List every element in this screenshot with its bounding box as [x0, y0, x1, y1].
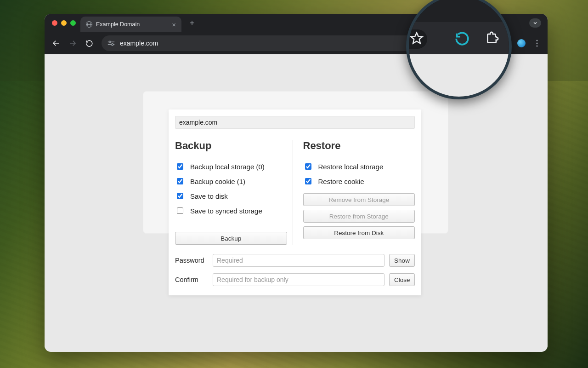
show-password-button[interactable]: Show	[389, 254, 415, 267]
restore-from-disk-button[interactable]: Restore from Disk	[303, 226, 415, 239]
password-label: Password	[175, 257, 208, 264]
restore-cookie-label: Restore cookie	[318, 178, 364, 185]
svg-point-7	[536, 40, 537, 41]
tab-search-button[interactable]	[529, 18, 541, 28]
restore-local-storage-checkbox[interactable]	[305, 163, 311, 170]
restore-heading: Restore	[303, 140, 415, 152]
restore-local-storage-row[interactable]: Restore local storage	[303, 162, 415, 171]
site-settings-icon[interactable]	[107, 40, 115, 46]
restore-from-storage-button[interactable]: Restore from Storage	[303, 210, 415, 223]
tab-title: Example Domain	[96, 21, 168, 28]
close-window-button[interactable]	[52, 20, 57, 26]
save-to-synced-label: Save to synced storage	[190, 207, 262, 215]
backup-local-storage-checkbox[interactable]	[177, 163, 183, 170]
host-field: example.com	[175, 116, 415, 129]
close-popup-button[interactable]: Close	[389, 273, 415, 286]
new-tab-button[interactable]: +	[186, 17, 198, 29]
desktop-wallpaper: Example Domain × +	[0, 0, 588, 368]
svg-marker-10	[411, 33, 423, 43]
save-to-disk-label: Save to disk	[190, 192, 228, 200]
backup-button[interactable]: Backup	[175, 232, 287, 245]
fullscreen-window-button[interactable]	[70, 20, 76, 26]
browser-tab[interactable]: Example Domain ×	[80, 17, 181, 32]
save-to-disk-checkbox[interactable]	[177, 193, 183, 199]
back-button[interactable]	[49, 36, 63, 50]
profile-avatar-icon[interactable]	[514, 36, 528, 50]
backup-extension-icon	[453, 29, 471, 48]
backup-cookie-checkbox[interactable]	[177, 178, 183, 184]
svg-point-8	[536, 42, 537, 44]
extensions-puzzle-icon	[482, 29, 501, 48]
restore-column: Restore Restore local storage Restore co…	[303, 140, 415, 245]
backup-heading: Backup	[175, 140, 287, 152]
password-row: Password Show	[175, 254, 415, 267]
close-tab-button[interactable]: ×	[172, 21, 176, 28]
confirm-input[interactable]	[213, 273, 384, 286]
minimize-window-button[interactable]	[61, 20, 67, 26]
reload-button[interactable]	[82, 36, 96, 50]
globe-icon	[86, 21, 92, 28]
backup-column: Backup Backup local storage (0) Backup c…	[175, 140, 293, 245]
confirm-row: Confirm Close	[175, 273, 415, 286]
forward-button[interactable]	[66, 36, 79, 50]
page-content: example.com Backup Backup local storage …	[45, 54, 548, 352]
extension-popup: example.com Backup Backup local storage …	[169, 109, 421, 295]
save-to-disk-row[interactable]: Save to disk	[175, 191, 287, 201]
restore-cookie-row[interactable]: Restore cookie	[303, 177, 415, 186]
save-to-synced-row[interactable]: Save to synced storage	[175, 206, 287, 215]
restore-cookie-checkbox[interactable]	[305, 178, 311, 184]
password-input[interactable]	[213, 254, 384, 267]
remove-from-storage-button[interactable]: Remove from Storage	[303, 193, 415, 206]
backup-local-storage-label: Backup local storage (0)	[190, 163, 265, 171]
backup-cookie-row[interactable]: Backup cookie (1)	[175, 177, 287, 186]
save-to-synced-checkbox[interactable]	[177, 207, 183, 214]
window-controls	[49, 20, 80, 26]
restore-local-storage-label: Restore local storage	[318, 163, 384, 171]
backup-cookie-label: Backup cookie (1)	[190, 178, 245, 185]
backup-local-storage-row[interactable]: Backup local storage (0)	[175, 162, 287, 171]
url-text: example.com	[120, 40, 158, 47]
svg-point-9	[536, 45, 537, 46]
svg-point-5	[112, 44, 113, 46]
browser-menu-button[interactable]	[531, 40, 543, 47]
bookmark-star-icon	[410, 31, 424, 47]
confirm-label: Confirm	[175, 276, 208, 283]
svg-point-4	[109, 41, 111, 43]
